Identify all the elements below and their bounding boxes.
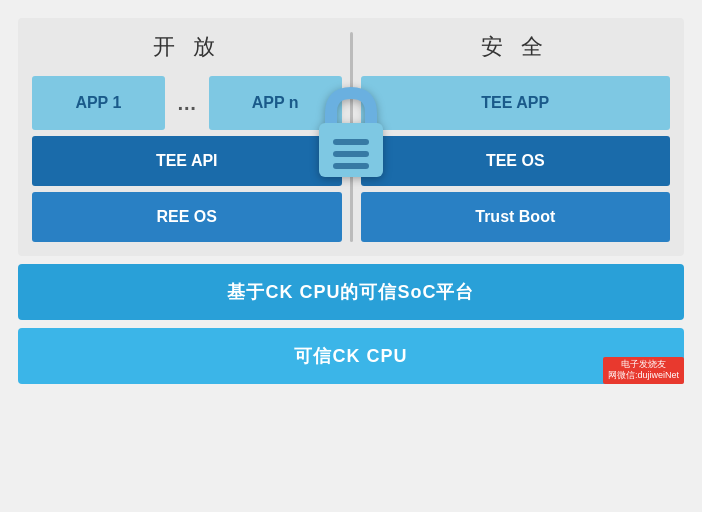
right-panel: 安 全 TEE APP TEE OS Trust Boot	[361, 32, 671, 242]
app-dots: …	[171, 92, 203, 115]
svg-rect-2	[333, 151, 369, 157]
left-panel: 开 放 APP 1 … APP n TEE API REE OS	[32, 32, 342, 242]
top-section: 开 放 APP 1 … APP n TEE API REE OS	[18, 18, 684, 256]
tee-api-box: TEE API	[32, 136, 342, 186]
cpu-bar: 可信CK CPU	[18, 328, 684, 384]
right-panel-title: 安 全	[361, 32, 671, 62]
trust-boot-box: Trust Boot	[361, 192, 671, 242]
svg-rect-1	[333, 139, 369, 145]
svg-rect-3	[333, 163, 369, 169]
soc-bar: 基于CK CPU的可信SoC平台	[18, 264, 684, 320]
watermark-line2: 网微信:dujiweiNet	[608, 370, 679, 380]
app1-box: APP 1	[32, 76, 165, 130]
watermark-badge: 电子发烧友 网微信:dujiweiNet	[603, 357, 684, 384]
tee-os-box: TEE OS	[361, 136, 671, 186]
lock-icon	[311, 85, 391, 185]
main-container: 开 放 APP 1 … APP n TEE API REE OS	[18, 18, 684, 384]
ree-os-box: REE OS	[32, 192, 342, 242]
lock-container	[311, 85, 391, 189]
watermark-line1: 电子发烧友	[621, 359, 666, 369]
tee-app-box: TEE APP	[361, 76, 671, 130]
app-row: APP 1 … APP n	[32, 76, 342, 130]
left-panel-title: 开 放	[32, 32, 342, 62]
cpu-bar-wrapper: 可信CK CPU 电子发烧友 网微信:dujiweiNet	[18, 328, 684, 384]
